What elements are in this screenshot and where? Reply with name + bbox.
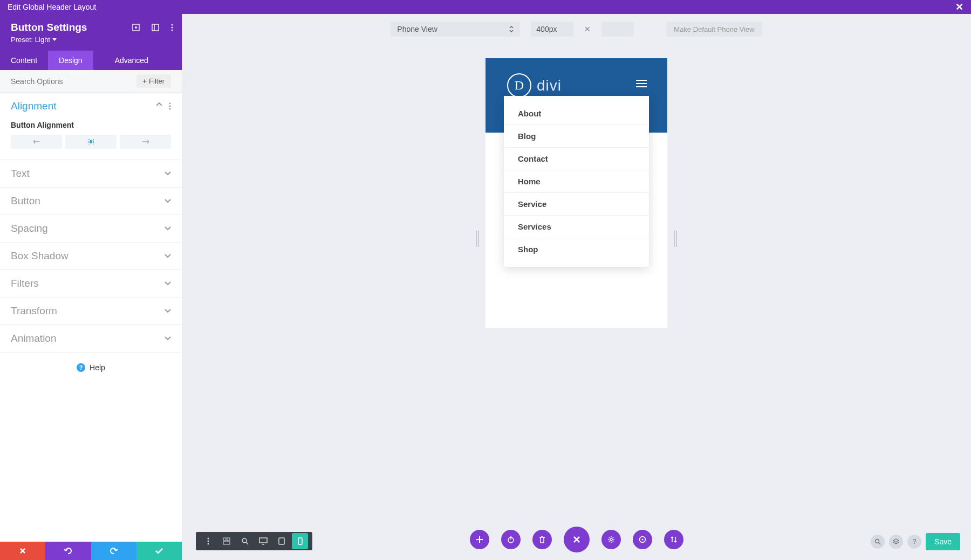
alignment-title[interactable]: Alignment [11,100,57,112]
chevron-down-icon [165,254,171,258]
chevron-up-icon[interactable] [156,102,162,110]
tab-design[interactable]: Design [48,51,93,70]
menu-item-blog[interactable]: Blog [504,125,649,148]
help-label: Help [90,363,105,372]
expand-icon[interactable] [132,24,140,31]
svg-point-15 [208,543,209,545]
action-circles [470,527,683,552]
sort-icon[interactable] [664,530,683,549]
settings-tabs: Content Design Advanced [0,51,182,70]
close-icon[interactable]: ✕ [955,1,963,13]
svg-rect-23 [279,538,284,544]
menu-item-home[interactable]: Home [504,170,649,193]
tablet-icon[interactable] [273,533,290,549]
menu-item-shop[interactable]: Shop [504,238,649,260]
preset-selector[interactable]: Preset: Light [11,36,57,44]
svg-point-29 [641,539,643,541]
save-button[interactable]: Save [926,533,960,550]
svg-rect-21 [259,538,267,543]
chevron-down-icon [165,309,171,313]
preview-controls: Phone View ✕ Make Default Phone View [182,14,971,44]
zoom-icon[interactable] [237,533,253,549]
toolbar-more-icon[interactable] [200,533,216,549]
search-input[interactable] [11,77,136,86]
discard-button[interactable] [0,542,45,560]
filter-button[interactable]: + Filter [136,74,171,88]
height-input[interactable] [601,22,634,37]
svg-point-4 [172,24,173,26]
make-default-button[interactable]: Make Default Phone View [666,22,762,37]
svg-rect-17 [227,538,230,541]
svg-point-13 [208,538,209,540]
wireframe-icon[interactable] [218,533,235,549]
menu-item-contact[interactable]: Contact [504,148,649,170]
section-transform[interactable]: Transform [0,298,182,325]
chevron-down-icon [165,171,171,176]
button-alignment-label: Button Alignment [11,121,171,129]
svg-point-6 [172,30,173,31]
resize-handle-right[interactable] [674,231,677,247]
redo-button[interactable] [91,542,136,560]
menu-item-about[interactable]: About [504,102,649,125]
sidebar-header: Button Settings Preset: Light [0,14,182,51]
logo-text: divi [537,77,562,94]
align-center-button[interactable] [65,135,117,149]
chevron-down-icon [165,226,171,231]
svg-point-7 [169,103,171,105]
top-bar-title: Edit Global Header Layout [8,3,96,11]
logo[interactable]: D divi [507,73,562,98]
close-button[interactable] [564,527,590,552]
menu-dropdown: About Blog Contact Home Service Services… [504,96,649,267]
align-right-button[interactable] [120,135,171,149]
svg-point-14 [208,541,209,542]
svg-rect-16 [223,538,226,541]
confirm-button[interactable] [136,542,182,560]
section-text[interactable]: Text [0,160,182,188]
svg-point-30 [876,540,879,543]
tab-content[interactable]: Content [0,51,48,70]
section-box-shadow[interactable]: Box Shadow [0,243,182,270]
more-icon[interactable] [171,24,173,31]
section-more-icon[interactable] [169,102,171,110]
svg-point-9 [169,108,171,110]
search-circle-icon[interactable] [871,535,885,549]
phone-icon[interactable] [292,533,308,549]
top-bar: Edit Global Header Layout ✕ [0,0,971,14]
width-input[interactable] [531,22,573,37]
menu-item-services[interactable]: Services [504,216,649,238]
power-icon[interactable] [501,530,521,549]
help-row[interactable]: ? Help [0,352,182,383]
bottom-right-controls: ? Save [871,533,960,550]
help-circle-icon[interactable]: ? [907,535,921,549]
desktop-icon[interactable] [255,533,271,549]
trash-icon[interactable] [532,530,552,549]
gear-icon[interactable] [601,530,621,549]
align-left-button[interactable] [11,135,62,149]
dimension-x-icon: ✕ [584,25,591,33]
add-button[interactable] [470,530,489,549]
logo-circle: D [507,73,531,98]
svg-rect-2 [152,24,159,31]
menu-item-service[interactable]: Service [504,193,649,216]
svg-rect-24 [298,538,302,544]
phone-header: D divi About Blog Contact Home Service S… [485,58,667,133]
hamburger-icon[interactable] [636,78,647,89]
section-spacing[interactable]: Spacing [0,215,182,243]
section-animation[interactable]: Animation [0,325,182,352]
chevron-down-icon [165,199,171,203]
filter-label: Filter [149,77,165,85]
svg-rect-12 [90,140,92,143]
view-selector[interactable]: Phone View [391,22,520,37]
svg-line-20 [246,542,248,544]
tab-advanced[interactable]: Advanced [104,51,159,70]
resize-handle-left[interactable] [476,231,479,247]
section-filters[interactable]: Filters [0,270,182,298]
undo-button[interactable] [45,542,91,560]
svg-point-27 [610,538,612,541]
panel-icon[interactable] [152,24,159,31]
preview-area: Phone View ✕ Make Default Phone View D d… [182,14,971,560]
help-icon: ? [77,363,85,372]
clock-icon[interactable] [633,530,652,549]
layers-circle-icon[interactable] [889,535,903,549]
section-button[interactable]: Button [0,188,182,215]
